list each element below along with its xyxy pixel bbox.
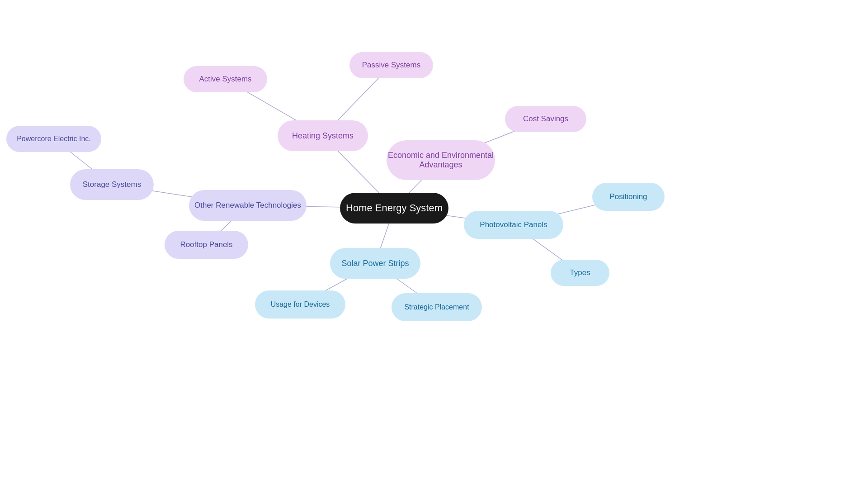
photovoltaic-panels-node[interactable]: Photovoltaic Panels xyxy=(464,211,563,239)
strategic-placement-node[interactable]: Strategic Placement xyxy=(392,293,482,321)
rooftop-panels-node[interactable]: Rooftop Panels xyxy=(165,231,248,259)
usage-for-devices-node[interactable]: Usage for Devices xyxy=(255,290,345,319)
storage-systems-node[interactable]: Storage Systems xyxy=(70,169,154,200)
powercore-node[interactable]: Powercore Electric Inc. xyxy=(6,126,101,152)
other-renewable-node[interactable]: Other Renewable Technologies xyxy=(189,190,307,221)
heating-systems-node[interactable]: Heating Systems xyxy=(278,120,368,151)
passive-systems-node[interactable]: Passive Systems xyxy=(349,52,433,78)
types-node[interactable]: Types xyxy=(551,260,609,286)
economic-env-node[interactable]: Economic and Environmental Advantages xyxy=(387,140,495,180)
active-systems-node[interactable]: Active Systems xyxy=(184,66,267,92)
cost-savings-node[interactable]: Cost Savings xyxy=(505,106,586,132)
center-node[interactable]: Home Energy System xyxy=(340,193,448,224)
positioning-node[interactable]: Positioning xyxy=(592,183,665,211)
solar-power-strips-node[interactable]: Solar Power Strips xyxy=(330,248,420,279)
